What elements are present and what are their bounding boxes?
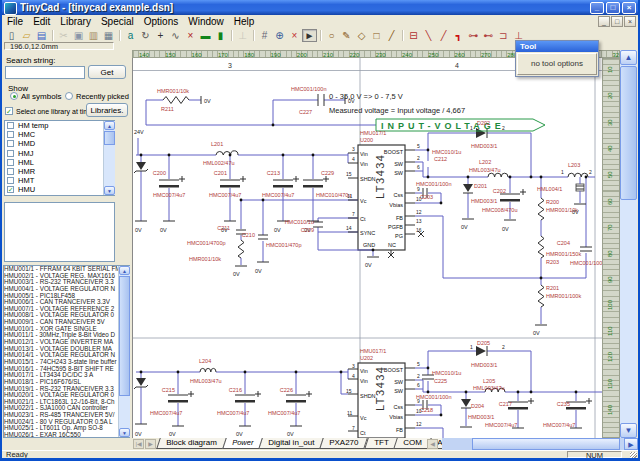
library-item[interactable]: HMJ	[5, 149, 114, 158]
library-item[interactable]: HMC	[5, 130, 114, 139]
scroll-up-button[interactable]: ▲	[620, 50, 637, 65]
symbol-list-item[interactable]: HMU014/1 - VOLTAGE REGULATOR N	[4, 352, 129, 359]
vertical-scrollbar[interactable]: ▲ ▼	[620, 50, 637, 438]
label-tool-icon[interactable]: ⊐	[496, 29, 511, 42]
menu-item[interactable]: Options	[139, 15, 183, 28]
select-cursor-icon[interactable]: ►	[302, 29, 317, 42]
snap-grid-icon[interactable]: #	[257, 29, 272, 42]
filled-block-tool-icon[interactable]: ▬	[198, 29, 213, 42]
copy-icon[interactable]: ▣	[71, 29, 86, 42]
symbol-list-item[interactable]: HMU017/1 - LT3434 DC/DC 3 A	[4, 372, 129, 379]
text-tool-icon[interactable]: a	[123, 29, 138, 42]
pen-tool-icon[interactable]: ✎	[339, 29, 354, 42]
library-checkbox[interactable]	[7, 140, 14, 147]
maximize-button[interactable]: □	[606, 2, 620, 14]
zoom-in-icon[interactable]: ⊕	[272, 29, 287, 42]
tool-popup-title[interactable]: Tool	[516, 41, 598, 52]
library-checkbox[interactable]	[7, 131, 14, 138]
symbol-list-item[interactable]: HMU023/1 - RS-485 TRANCEIVER 5V/	[4, 412, 129, 419]
title-bar[interactable]: TinyCad - [tinycad example.dsn] _□×	[0, 0, 640, 15]
symbol-list-item[interactable]: HMU002/1 - VOLTAGE REG. MAX1616	[4, 273, 129, 280]
toolbar-icon[interactable]	[49, 29, 56, 42]
symbol-list-item[interactable]: HMU007/1 - VOLTAGE REFERENCE 2	[4, 306, 129, 313]
symbol-list-item[interactable]: HMU024/1 - 80 V REGULATOR 0.5A L	[4, 419, 129, 426]
junction-tool-icon[interactable]: ⊶	[466, 29, 481, 42]
symbol-list-item[interactable]: HMU019/1 - RS-232 TRANCEIVER 3.3	[4, 386, 129, 393]
recently-picked-radio[interactable]	[65, 92, 73, 100]
sheet-tab[interactable]: COM	[393, 438, 431, 449]
library-checkbox[interactable]	[7, 159, 14, 166]
scroll-down-button[interactable]: ▼	[620, 423, 637, 438]
symbol-list-item[interactable]: HMU020/1 - VOLTAGE REGULATOR 0	[4, 392, 129, 399]
symbol-list-item[interactable]: HMU013/1 - VOLTAGE DOUBLER MA	[4, 346, 129, 353]
horizontal-scrollbar[interactable]: ▶	[442, 438, 638, 450]
open-folder-icon[interactable]: ▱	[19, 29, 34, 42]
library-item[interactable]: HMU	[5, 185, 114, 194]
menu-item[interactable]: Window	[183, 15, 229, 28]
symbol-list-item[interactable]: HMU018/1 - PIC16F676/SL	[4, 379, 129, 386]
symbol-list-item[interactable]: HMU022/1 - SJA1000 CAN controller	[4, 405, 129, 412]
symbol-list-item[interactable]: HMU011/1 - 30MHz,Triple 8-Bit Video D	[4, 332, 129, 339]
horizontal-scroll-thumb[interactable]	[472, 438, 620, 450]
library-list-scrollbar[interactable]: ▲ ▼	[103, 121, 115, 195]
bus-entry-tool-icon[interactable]: ⊷	[481, 29, 496, 42]
get-button[interactable]: Get	[88, 65, 126, 79]
cut-icon[interactable]: ✂	[56, 29, 71, 42]
symbol-list-item[interactable]: HMU008/1 - VOLTAGE REGULATOR 0	[4, 312, 129, 319]
search-input[interactable]	[5, 66, 85, 79]
scroll-right-button[interactable]: ▶	[624, 438, 638, 450]
tab-scroll-first-button[interactable]: |◀	[133, 439, 144, 449]
delete-tool-icon[interactable]: ×	[183, 29, 198, 42]
symbol-list-item[interactable]: HMU004/1 - VOLTAGE REGULATOR N	[4, 286, 129, 293]
print-icon[interactable]: ▦	[101, 29, 116, 42]
sheet-tab[interactable]: Block diagram	[156, 438, 226, 449]
rotate-tool-icon[interactable]: ↻	[138, 29, 153, 42]
toolbar-icon[interactable]	[116, 29, 123, 42]
menu-item[interactable]: Library	[55, 15, 96, 28]
library-item[interactable]: HM temp	[5, 121, 114, 130]
library-item[interactable]: HMR	[5, 167, 114, 176]
symbol-list-item[interactable]: HMU025/1 - LT6011 Op. Amp SO-8	[4, 425, 129, 432]
schematic-canvas[interactable]: 340 - 35,0 V => 0 - 7,5 VMeasured voltag…	[132, 58, 602, 438]
save-icon[interactable]: ▤	[34, 29, 49, 42]
library-checkbox[interactable]	[7, 177, 14, 184]
anchor-tool-icon[interactable]: ⊥	[235, 29, 250, 42]
symbol-list-item[interactable]: HMU012/1 - VOLTAGE INVERTER MA	[4, 339, 129, 346]
tab-scroll-left-button[interactable]: ▶	[145, 439, 156, 449]
menu-item[interactable]: Help	[229, 15, 260, 28]
sheet-tab[interactable]: Power	[222, 438, 263, 449]
symbol-list-item[interactable]: HMU005/1 - PIC18LF458	[4, 293, 129, 300]
toolbar-icon[interactable]	[317, 29, 324, 42]
library-checkbox[interactable]	[7, 150, 14, 157]
menu-item[interactable]: File	[2, 15, 28, 28]
vertical-scroll-thumb[interactable]	[620, 66, 637, 200]
line-tool-icon[interactable]: ╱	[384, 29, 399, 42]
symbol-list-item[interactable]: HMU016/1 - 74HC595 8-BIT SHIFT RE	[4, 366, 129, 373]
rectangle-tool-icon[interactable]: □	[369, 29, 384, 42]
zoom-reset-icon[interactable]: ×	[287, 29, 302, 42]
libraries-button[interactable]: Libraries.	[86, 103, 128, 117]
library-item[interactable]: HMD	[5, 139, 114, 148]
block-tool-icon[interactable]: ▮	[213, 29, 228, 42]
mdi-minimize-button[interactable]: _	[598, 16, 610, 27]
line-up-tool-icon[interactable]: ╱	[436, 29, 451, 42]
library-list[interactable]: HM temp HMC HMD HMJ	[4, 120, 115, 196]
curve-tool-icon[interactable]: ∿	[168, 29, 183, 42]
symbol-list-item[interactable]: HMU010/1 - XOR GATE SINGLE	[4, 326, 129, 333]
symbol-list-item[interactable]: HMU026/1 - EXAR 16C550	[4, 432, 129, 438]
minimize-button[interactable]: _	[590, 2, 604, 14]
library-checkbox[interactable]	[7, 186, 14, 193]
mdi-restore-button[interactable]: □	[611, 16, 623, 27]
library-item[interactable]: HML	[5, 158, 114, 167]
library-checkbox[interactable]	[7, 168, 14, 175]
close-button[interactable]: ×	[622, 2, 636, 14]
tool-options-popup[interactable]: Tool no tool options	[515, 40, 599, 77]
new-file-icon[interactable]: ▯	[4, 29, 19, 42]
symbol-list-item[interactable]: HMU021/1 - LTC1863L 12-/16-Bit, 8-Ch	[4, 399, 129, 406]
resize-grip[interactable]	[630, 452, 637, 459]
symbol-list[interactable]: HMU001/1 - FFRAM 64 KBIT SERIAL FMHMU002…	[3, 265, 130, 438]
tab-scroll-right-button[interactable]: ◀	[427, 439, 438, 449]
toolbar-icon[interactable]	[399, 29, 406, 42]
symbol-list-scrollbar[interactable]: ▲ ▼	[118, 266, 130, 437]
mdi-close-button[interactable]: ×	[624, 16, 636, 27]
